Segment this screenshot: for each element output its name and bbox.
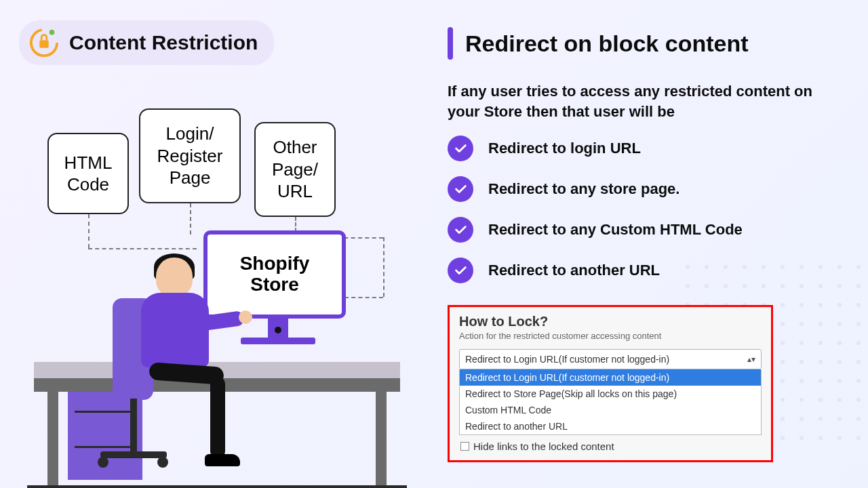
panel-subtitle: Action for the restricted customer acces…: [459, 331, 762, 341]
diagram-area: HTML Code Login/ Register Page Other Pag…: [20, 108, 400, 461]
accent-bar-icon: [448, 27, 453, 60]
how-to-lock-panel: How to Lock? Action for the restricted c…: [448, 305, 773, 462]
badge-label: Content Restriction: [69, 31, 258, 54]
bullet-item: Redirect to another URL: [448, 258, 827, 283]
lock-action-dropdown: Redirect to Login URL(If customer not lo…: [459, 369, 762, 435]
left-column: Content Restriction HTML Code Login/ Reg…: [0, 0, 420, 488]
section-description: If any user tries to access any restrict…: [448, 81, 827, 121]
bullet-item: Redirect to any store page.: [448, 176, 827, 202]
content-restriction-badge: Content Restriction: [19, 20, 274, 65]
check-icon: [448, 217, 473, 243]
lock-action-select[interactable]: Redirect to Login URL(If customer not lo…: [459, 349, 762, 369]
section-heading: Redirect on block content: [465, 30, 749, 57]
card-login-register: Login/ Register Page: [139, 108, 241, 203]
heading-row: Redirect on block content: [448, 27, 749, 60]
svg-point-2: [50, 30, 55, 35]
dropdown-option[interactable]: Redirect to another URL: [460, 418, 761, 434]
check-icon: [448, 176, 473, 202]
hide-links-checkbox-row[interactable]: Hide links to the locked content: [459, 435, 762, 455]
bullet-item: Redirect to any Custom HTML Code: [448, 217, 827, 243]
panel-title: How to Lock?: [459, 314, 762, 329]
camera-dot-icon: [275, 327, 281, 333]
right-column: Redirect on block content If any user tr…: [434, 0, 854, 488]
svg-rect-1: [39, 40, 48, 48]
checkbox-icon[interactable]: [460, 442, 469, 451]
bullet-item: Redirect to login URL: [448, 136, 827, 161]
select-value: Redirect to Login URL(If customer not lo…: [465, 354, 669, 365]
dropdown-option[interactable]: Custom HTML Code: [460, 402, 761, 418]
chevron-updown-icon: ▴▾: [747, 354, 755, 364]
desk-illustration: Shopify Store: [34, 230, 400, 461]
check-icon: [448, 136, 473, 161]
person-icon: [129, 258, 264, 488]
card-html-code: HTML Code: [47, 133, 129, 214]
dropdown-option[interactable]: Redirect to Login URL(If customer not lo…: [460, 369, 761, 386]
checkbox-label: Hide links to the locked content: [473, 441, 614, 452]
dropdown-option[interactable]: Redirect to Store Page(Skip all locks on…: [460, 386, 761, 402]
bullet-list: Redirect to login URL Redirect to any st…: [448, 136, 827, 298]
check-icon: [448, 258, 473, 283]
lock-brand-icon: [28, 27, 60, 58]
card-other-page: Other Page/ URL: [254, 122, 336, 217]
